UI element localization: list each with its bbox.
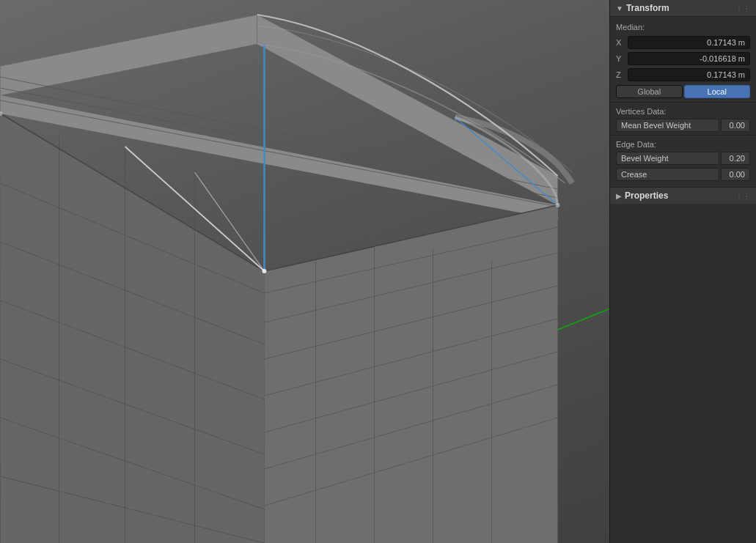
divider-1 [610, 102, 756, 103]
mean-bevel-weight-value[interactable]: 0.00 [721, 119, 750, 132]
svg-line-38 [558, 249, 610, 330]
transform-section-title: Transform [626, 3, 669, 13]
x-field-row: X 0.17143 m [610, 34, 756, 51]
mean-bevel-weight-row: Mean Bevel Weight 0.00 [610, 117, 756, 133]
global-button[interactable]: Global [616, 85, 683, 98]
properties-collapse-icon: ▶ [616, 192, 622, 200]
bevel-weight-row: Bevel Weight 0.20 [610, 150, 756, 166]
divider-2 [610, 135, 756, 136]
crease-row: Crease 0.00 [610, 166, 756, 182]
properties-section-title: Properties [625, 191, 668, 201]
z-field-row: Z 0.17143 m [610, 67, 756, 83]
median-label: Median: [610, 21, 756, 34]
crease-value[interactable]: 0.00 [721, 168, 750, 181]
z-axis-label: Z [616, 70, 625, 79]
mean-bevel-weight-label[interactable]: Mean Bevel Weight [616, 119, 718, 132]
y-field-row: Y -0.016618 m [610, 51, 756, 67]
bevel-weight-value[interactable]: 0.20 [721, 152, 750, 165]
svg-point-35 [263, 269, 267, 273]
y-axis-label: Y [616, 54, 625, 63]
x-axis-label: X [616, 38, 625, 47]
crease-label[interactable]: Crease [616, 168, 718, 181]
edge-data-label: Edge Data: [610, 137, 756, 150]
y-value[interactable]: -0.016618 m [628, 52, 750, 65]
transform-section-header[interactable]: ▼ Transform ⋮⋮ [610, 0, 756, 17]
viewport-3d[interactable] [0, 0, 609, 543]
local-button[interactable]: Local [684, 85, 751, 98]
bevel-weight-label[interactable]: Bevel Weight [616, 152, 718, 165]
svg-marker-3 [1, 114, 265, 543]
transform-drag-handle: ⋮⋮ [735, 4, 750, 12]
mesh-view [0, 0, 609, 543]
vertices-data-label: Vertices Data: [610, 104, 756, 117]
transform-section-content: Median: X 0.17143 m Y -0.016618 m Z 0.17… [610, 17, 756, 187]
z-value[interactable]: 0.17143 m [628, 68, 750, 81]
properties-drag-handle: ⋮⋮ [735, 192, 750, 200]
properties-section-header[interactable]: ▶ Properties ⋮⋮ [610, 187, 756, 204]
coordinate-space-buttons: Global Local [610, 83, 756, 100]
x-value[interactable]: 0.17143 m [628, 36, 750, 49]
transform-collapse-icon: ▼ [616, 4, 623, 12]
properties-panel: ▼ Transform ⋮⋮ Median: X 0.17143 m Y -0.… [609, 0, 756, 543]
